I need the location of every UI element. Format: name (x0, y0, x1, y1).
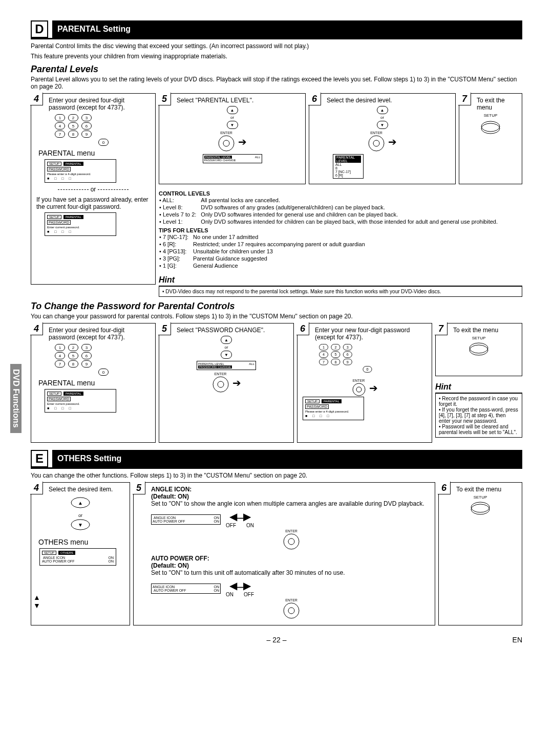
enter-label: ENTER (151, 598, 432, 602)
section-title: OTHERS Setting (52, 450, 522, 467)
down-arrow-icon: ▼ (377, 121, 388, 129)
keypad-icon: 123 456 789 0 (301, 344, 416, 373)
svg-point-16 (284, 534, 299, 549)
others-steps: 4 Select the desired item. ▲ or ▼ OTHERS… (31, 482, 522, 625)
step-number: 6 (438, 482, 451, 494)
right-arrow-icon: ➔ (388, 136, 397, 148)
auto-desc: Set to "ON" to turn this unit off automa… (151, 569, 432, 576)
enter-label: ENTER (212, 372, 229, 376)
right-arrow-icon: ➔ (369, 382, 378, 394)
parental-menu-box-1: SETUP PARENTAL PASSWORD Please enter a 4… (45, 159, 116, 183)
step-6b: 6 Enter your new four-digit password (ex… (297, 323, 432, 443)
svg-point-5 (481, 123, 500, 134)
setup-btn: SETUP (47, 215, 61, 219)
others-btn: OTHERS (58, 551, 75, 555)
enter-label: ENTER (368, 131, 385, 135)
step-4c: 4 Select the desired item. ▲ or ▼ OTHERS… (31, 482, 130, 625)
step-4b-text: Enter your desired four-digit password (… (49, 327, 152, 341)
section-e-header: E OTHERS Setting (31, 450, 522, 469)
step-7-text: To exit the menu (477, 97, 519, 111)
enter-wheel-icon (283, 533, 300, 550)
step-6c: 6 To exit the menu SETUP (438, 482, 522, 625)
change-pwd-desc: You can change your password for parenta… (31, 313, 522, 320)
svg-text:▼: ▼ (78, 522, 83, 528)
page-content: D PARENTAL Setting Parental Control limi… (31, 20, 522, 644)
password-field: PASSWORD (49, 221, 69, 224)
step-6b-text: Enter your new four-digit password (exce… (315, 327, 429, 341)
step-4: 4 Enter your desired four-digit password… (31, 93, 156, 285)
svg-point-6 (213, 377, 228, 392)
setup-btn: SETUP (47, 162, 61, 166)
tips-title: TIPS FOR LEVELS (159, 227, 522, 233)
section-d-intro2: This feature prevents your children from… (31, 53, 522, 60)
down-arrow-icon: ▼ (227, 121, 238, 129)
up-arrow-icon: ▲ (221, 336, 232, 344)
svg-point-4 (481, 121, 500, 132)
step-5: 5 Select "PARENTAL LEVEL". ▲ or ▼ ENTER … (159, 93, 306, 184)
section-letter: E (31, 450, 48, 467)
password-field: PASSWORD (49, 167, 69, 171)
or-small: or (162, 345, 290, 350)
menu-msg-b: Enter current password. (47, 402, 114, 405)
parental-menu-label-b: PARENTAL menu (38, 379, 152, 387)
lang-code: EN (513, 636, 522, 644)
hint-body: • Record the password in case you forget… (435, 394, 522, 438)
svg-point-9 (356, 387, 361, 392)
svg-point-19 (288, 608, 294, 614)
enter-wheel-icon (218, 135, 235, 152)
svg-point-18 (284, 603, 299, 618)
section-d-intro1: Parental Control limits the disc viewing… (31, 42, 522, 50)
parental-levels-desc: Parental Level allows you to set the rat… (31, 76, 522, 90)
step-number: 5 (158, 93, 171, 105)
right-arrow-icon: ➔ (232, 377, 241, 389)
hint-body: • DVD-Video discs may not respond to the… (159, 287, 522, 297)
setup-label: SETUP (439, 336, 519, 340)
angle-toggle: ANGLE ICONON AUTO POWER OFFON (151, 514, 221, 525)
menu-msg-2: Enter current password. (47, 226, 114, 229)
step-number: 5 (158, 322, 171, 335)
step-number: 4 (30, 93, 43, 105)
menu-msg: Please enter a 4-digit password. (47, 172, 114, 176)
step-6c-text: To exit the menu (456, 486, 519, 493)
page-number: – 22 – (267, 636, 287, 644)
parental-menu-box-2: SETUP PARENTAL PASSWORD Enter current pa… (45, 212, 116, 236)
or-desc: If you have set a password already, ente… (36, 196, 150, 210)
step-number: 6 (308, 93, 321, 105)
parental-menu-label: PARENTAL menu (38, 149, 152, 157)
or-small: or (162, 115, 302, 120)
step7-and-hint: 7 To exit the menu SETUP Hint • Record t… (435, 323, 522, 438)
nav-down-icon: ▼ (70, 518, 91, 533)
step-5b: 5 Select "PASSWORD CHANGE". ▲ or ▼ PAREN… (159, 323, 294, 443)
svg-point-20 (471, 502, 490, 512)
others-menu-box: SETUP OTHERS ANGLE ICONON AUTO POWER OFF… (39, 548, 116, 566)
page-footer: – 22 – EN (31, 636, 522, 644)
level-list: PARENTAL LEVEL ALL 8 7 [NC-17] 6 [R] (333, 154, 364, 179)
password-field: PASSWORD (49, 397, 69, 401)
menu-box-6b: SETUP PARENTAL PASSWORD Please enter a 4… (303, 397, 364, 420)
parental-levels-steps: 4 Enter your desired four-digit password… (31, 93, 522, 297)
svg-point-2 (369, 136, 384, 151)
setup-label: SETUP (462, 113, 519, 118)
or-small: or (34, 513, 126, 518)
step-6: 6 Select the desired level. ▲ or ▼ ENTER… (309, 93, 456, 184)
parental-btn: PARENTAL (63, 162, 83, 166)
enter-label: ENTER (218, 131, 235, 135)
step-7: 7 To exit the menu SETUP (459, 93, 522, 184)
svg-text:▲: ▲ (78, 500, 83, 506)
setup-button-icon (480, 120, 501, 135)
setup-button-icon (470, 501, 491, 516)
control-levels-title: CONTROL LEVELS (159, 190, 522, 197)
hint-2: Hint • Record the password in case you f… (435, 382, 522, 438)
setup-btn: SETUP (305, 399, 320, 403)
step-number: 7 (435, 322, 448, 335)
step-5c: 5 ANGLE ICON: (Default: ON) Set to "ON" … (133, 482, 435, 625)
step5-and-info: 5 Select "PARENTAL LEVEL". ▲ or ▼ ENTER … (159, 93, 522, 297)
password-dots: ■ □ □ □ (47, 406, 114, 410)
or-small: or (312, 115, 452, 120)
hint-title: Hint (159, 275, 522, 287)
change-pwd-steps: 4 Enter your desired four-digit password… (31, 323, 522, 443)
step-4b: 4 Enter your desired four-digit password… (31, 323, 156, 443)
step-5-text: Select "PARENTAL LEVEL". (177, 97, 302, 104)
angle-desc: Set to "ON" to show the angle icon when … (151, 500, 432, 507)
parental-btn: PARENTAL (63, 392, 83, 396)
